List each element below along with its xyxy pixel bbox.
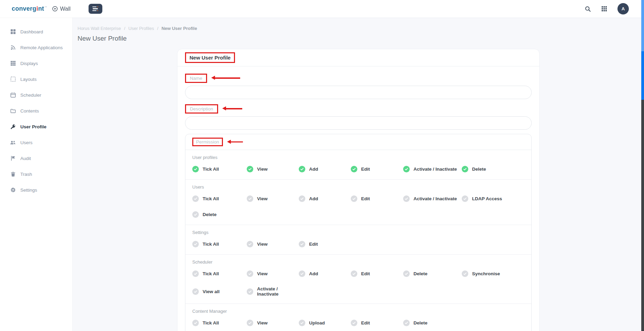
sidebar-item-contents[interactable]: Contents — [0, 103, 72, 119]
avatar[interactable]: A — [617, 3, 629, 14]
unchecked-circle-icon — [403, 195, 410, 202]
permission-checkbox-edit[interactable]: Edit — [351, 270, 403, 277]
card-title-annotation-box: New User Profile — [185, 52, 235, 63]
permission-checkbox-view[interactable]: View — [247, 270, 299, 277]
checkbox-label: View — [257, 320, 268, 325]
permission-label-annotation-box: Permission — [192, 138, 223, 146]
checkbox-label: LDAP Access — [472, 196, 502, 201]
apps-grid-icon[interactable] — [601, 6, 607, 12]
layouts-icon — [10, 76, 16, 82]
contents-icon — [10, 108, 16, 114]
permission-fieldset: Permission User profilesTick AllViewAddE… — [185, 134, 532, 331]
checkbox-label: Edit — [309, 242, 318, 247]
checkbox-label: View — [257, 242, 268, 247]
sidebar-item-users[interactable]: Users — [0, 135, 72, 150]
permission-checkbox-view[interactable]: View — [247, 195, 299, 202]
permission-checkbox-synchronise[interactable]: Synchronise — [462, 270, 524, 277]
permission-checkbox-delete[interactable]: Delete — [403, 320, 462, 326]
permission-checkbox-upload[interactable]: Upload — [299, 320, 351, 326]
checkbox-label: Tick All — [203, 167, 219, 172]
play-circle-icon — [52, 6, 58, 12]
permission-checkbox-add[interactable]: Add — [299, 270, 351, 277]
sidebar-item-label: Layouts — [20, 77, 37, 82]
permission-checkbox-delete[interactable]: Delete — [462, 166, 524, 172]
permission-section-settings: SettingsTick AllViewEdit — [185, 225, 531, 255]
checkbox-label: Activate / Inactivate — [413, 167, 457, 172]
search-icon[interactable] — [585, 6, 591, 12]
unchecked-circle-icon — [192, 320, 199, 326]
sidebar-item-dashboard[interactable]: Dashboard — [0, 24, 72, 40]
new-user-profile-card: New User Profile Name Description — [177, 49, 540, 331]
permission-checkbox-edit[interactable]: Edit — [351, 320, 403, 326]
sidebar: DashboardRemote ApplicationsDisplaysLayo… — [0, 18, 73, 331]
unchecked-circle-icon — [403, 270, 410, 277]
breadcrumb-item[interactable]: Horus Wall Enterprise — [78, 26, 121, 31]
sidebar-item-scheduler[interactable]: Scheduler — [0, 87, 72, 103]
breadcrumb-separator: / — [157, 26, 159, 31]
permission-checkbox-tick-all[interactable]: Tick All — [192, 195, 247, 202]
hamburger-icon — [92, 7, 98, 7]
permission-checkbox-ldap-access[interactable]: LDAP Access — [462, 195, 524, 202]
checkbox-label: Edit — [361, 196, 370, 201]
permission-checkbox-activate-inactivate[interactable]: Activate / Inactivate — [403, 195, 462, 202]
checkbox-label: View all — [203, 289, 219, 294]
permission-checkbox-add[interactable]: Add — [299, 166, 351, 172]
sidebar-item-displays[interactable]: Displays — [0, 55, 72, 71]
unchecked-circle-icon — [351, 320, 357, 326]
breadcrumb-separator: / — [124, 26, 125, 31]
sidebar-item-trash[interactable]: Trash — [0, 166, 72, 182]
permission-checkbox-tick-all[interactable]: Tick All — [192, 241, 247, 247]
scrollbar[interactable] — [641, 0, 644, 331]
permission-checkbox-activate-inactivate[interactable]: Activate / Inactivate — [403, 166, 462, 172]
permission-checkbox-tick-all[interactable]: Tick All — [192, 320, 247, 326]
hamburger-menu-button[interactable] — [89, 4, 102, 14]
permission-checkbox-edit[interactable]: Edit — [351, 166, 403, 172]
unchecked-circle-icon — [299, 270, 305, 277]
permission-checkbox-edit[interactable]: Edit — [351, 195, 403, 202]
checkbox-label: Edit — [361, 320, 370, 325]
permission-checkbox-edit[interactable]: Edit — [299, 241, 351, 247]
unchecked-circle-icon — [247, 195, 253, 202]
checkbox-label: Tick All — [203, 196, 219, 201]
permission-checkbox-activate-inactivate[interactable]: Activate / Inactivate — [247, 286, 299, 297]
permission-checkbox-delete[interactable]: Delete — [403, 270, 462, 277]
permission-checkbox-delete[interactable]: Delete — [192, 211, 247, 218]
audit-icon — [10, 156, 16, 161]
settings-icon — [10, 187, 16, 193]
unchecked-circle-icon — [192, 211, 199, 218]
checkbox-label: View — [257, 167, 268, 172]
breadcrumb-item[interactable]: User Profiles — [129, 26, 154, 31]
permission-section-title: Scheduler — [192, 259, 524, 265]
permission-section-title: Content Manager — [192, 309, 524, 314]
checkbox-label: Tick All — [203, 271, 219, 276]
permission-checkbox-add[interactable]: Add — [299, 195, 351, 202]
unchecked-circle-icon — [247, 320, 253, 326]
sidebar-item-layouts[interactable]: Layouts — [0, 71, 72, 87]
sidebar-item-label: Users — [20, 140, 32, 145]
permission-checkbox-view[interactable]: View — [247, 166, 299, 172]
sidebar-item-settings[interactable]: Settings — [0, 182, 72, 198]
scrollbar-segment-top[interactable] — [641, 0, 644, 51]
permission-checkbox-view[interactable]: View — [247, 320, 299, 326]
sidebar-item-remote-applications[interactable]: Remote Applications — [0, 40, 72, 55]
sidebar-item-audit[interactable]: Audit — [0, 150, 72, 166]
scrollbar-track[interactable] — [641, 100, 644, 331]
permission-checkbox-tick-all[interactable]: Tick All — [192, 270, 247, 277]
permission-section-user-profiles: User profilesTick AllViewAddEditActivate… — [185, 150, 531, 180]
name-input[interactable] — [185, 86, 532, 99]
sidebar-item-user-profile[interactable]: User Profile — [0, 119, 72, 135]
unchecked-circle-icon — [192, 195, 199, 202]
description-input[interactable] — [185, 116, 532, 130]
dashboard-icon — [10, 29, 16, 35]
users-icon — [10, 140, 16, 146]
sidebar-item-label: User Profile — [20, 124, 47, 129]
unchecked-circle-icon — [403, 320, 410, 326]
scrollbar-thumb[interactable] — [641, 51, 644, 100]
checkbox-label: Edit — [361, 271, 370, 276]
permission-checkbox-view-all[interactable]: View all — [192, 288, 247, 295]
permission-checkbox-view[interactable]: View — [247, 241, 299, 247]
permission-checkbox-tick-all[interactable]: Tick All — [192, 166, 247, 172]
displays-icon — [10, 61, 16, 66]
checked-circle-icon — [299, 166, 305, 172]
unchecked-circle-icon — [299, 241, 305, 247]
